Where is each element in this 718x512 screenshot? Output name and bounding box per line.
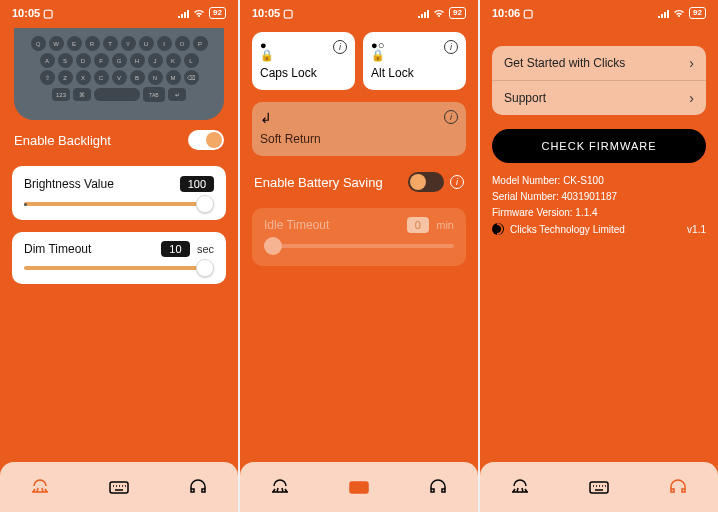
battery-icon: 92: [449, 7, 466, 19]
brightness-slider[interactable]: [24, 202, 214, 206]
idle-timeout-card: Idle Timeout 0 min: [252, 208, 466, 266]
info-icon[interactable]: i: [333, 40, 347, 54]
key-a: A: [40, 53, 55, 68]
soft-return-label: Soft Return: [260, 132, 458, 146]
key-d: D: [76, 53, 91, 68]
key-u: U: [139, 36, 154, 51]
battery-saving-toggle[interactable]: [408, 172, 444, 192]
key-v: V: [112, 70, 127, 85]
headset-icon: [427, 476, 449, 498]
idle-value: 0: [407, 217, 429, 233]
key-z: Z: [58, 70, 73, 85]
key-k: K: [166, 53, 181, 68]
company-logo-icon: [492, 223, 504, 235]
info-icon[interactable]: i: [444, 40, 458, 54]
tab-backlight[interactable]: [505, 472, 535, 502]
support-item[interactable]: Support ›: [492, 81, 706, 115]
device-meta: Model Number: CK-S100 Serial Number: 403…: [492, 175, 706, 235]
battery-saving-label: Enable Battery Saving: [254, 175, 383, 190]
tab-bar: [240, 462, 478, 512]
key-o: O: [175, 36, 190, 51]
screen-backlight: 10:05 ▢ 92 QWERTYUIOP ASDFGHJKL ⇧ZXCVBNM…: [0, 0, 238, 512]
dim-label: Dim Timeout: [24, 242, 91, 256]
keyboard-icon: [588, 476, 610, 498]
tab-support[interactable]: [423, 472, 453, 502]
app-version: v1.1: [687, 224, 706, 235]
svg-rect-2: [590, 482, 608, 493]
signal-icon: [177, 8, 189, 18]
svg-rect-1: [350, 482, 368, 493]
wifi-icon: [433, 8, 445, 18]
key-w: W: [49, 36, 64, 51]
keyboard-visual: QWERTYUIOP ASDFGHJKL ⇧ZXCVBNM⌫ 123 ⌘ TAB…: [14, 28, 224, 120]
status-bar: 10:05 ▢ 92: [0, 0, 238, 26]
num-key: 123: [52, 88, 70, 101]
tab-support[interactable]: [663, 472, 693, 502]
space-key: [94, 88, 140, 101]
key-i: I: [157, 36, 172, 51]
idle-unit: min: [436, 219, 454, 231]
enable-backlight-toggle[interactable]: [188, 130, 224, 150]
chevron-right-icon: ›: [689, 90, 694, 106]
wifi-icon: [193, 8, 205, 18]
key-⇧: ⇧: [40, 70, 55, 85]
caps-lock-label: Caps Lock: [260, 66, 347, 80]
info-icon[interactable]: i: [444, 110, 458, 124]
key-n: N: [148, 70, 163, 85]
tab-keyboard[interactable]: [584, 472, 614, 502]
screen-support: 10:06 ▢ 92 Get Started with Clicks › Sup…: [480, 0, 718, 512]
company-name: Clicks Technology Limited: [510, 224, 625, 235]
tab-bar: [0, 462, 238, 512]
backlight-icon: [29, 476, 51, 498]
chevron-right-icon: ›: [689, 55, 694, 71]
return-key: ↵: [168, 88, 186, 101]
caps-lock-icon: ●🔒: [260, 40, 274, 60]
status-bar: 10:06 ▢ 92: [480, 0, 718, 26]
battery-icon: 92: [689, 7, 706, 19]
info-icon[interactable]: i: [450, 175, 464, 189]
enable-backlight-row: Enable Backlight: [0, 120, 238, 160]
wifi-icon: [673, 8, 685, 18]
tab-backlight[interactable]: [265, 472, 295, 502]
tab-key: TAB: [143, 87, 165, 102]
serial-number: Serial Number: 4031901187: [492, 191, 617, 202]
alt-lock-icon: ●○🔒: [371, 40, 385, 60]
support-label: Support: [504, 91, 546, 105]
key-y: Y: [121, 36, 136, 51]
soft-return-icon: ↲: [260, 110, 272, 126]
key-b: B: [130, 70, 145, 85]
key-x: X: [76, 70, 91, 85]
caps-lock-card[interactable]: ●🔒 i Caps Lock: [252, 32, 355, 90]
battery-icon: 92: [209, 7, 226, 19]
screen-keyboard-settings: 10:05 ▢ 92 ●🔒 i Caps Lock ●○🔒 i Alt Lock: [240, 0, 478, 512]
key-c: C: [94, 70, 109, 85]
tab-keyboard[interactable]: [104, 472, 134, 502]
get-started-item[interactable]: Get Started with Clicks ›: [492, 46, 706, 81]
key-p: P: [193, 36, 208, 51]
check-firmware-button[interactable]: CHECK FIRMWARE: [492, 129, 706, 163]
tab-backlight[interactable]: [25, 472, 55, 502]
keyboard-icon: [108, 476, 130, 498]
headset-icon: [187, 476, 209, 498]
status-bar: 10:05 ▢ 92: [240, 0, 478, 26]
key-r: R: [85, 36, 100, 51]
key-⌫: ⌫: [184, 70, 199, 85]
app-indicator-icon: ▢: [283, 7, 293, 20]
cmd-key: ⌘: [73, 88, 91, 101]
keyboard-icon: [348, 476, 370, 498]
key-j: J: [148, 53, 163, 68]
model-number: Model Number: CK-S100: [492, 175, 604, 186]
tab-support[interactable]: [183, 472, 213, 502]
alt-lock-label: Alt Lock: [371, 66, 458, 80]
key-g: G: [112, 53, 127, 68]
soft-return-card[interactable]: ↲ i Soft Return: [252, 102, 466, 156]
dim-slider[interactable]: [24, 266, 214, 270]
tab-keyboard[interactable]: [344, 472, 374, 502]
alt-lock-card[interactable]: ●○🔒 i Alt Lock: [363, 32, 466, 90]
get-started-label: Get Started with Clicks: [504, 56, 625, 70]
backlight-icon: [269, 476, 291, 498]
battery-saving-row: Enable Battery Saving i: [240, 162, 478, 202]
key-f: F: [94, 53, 109, 68]
app-indicator-icon: ▢: [43, 7, 53, 20]
key-e: E: [67, 36, 82, 51]
